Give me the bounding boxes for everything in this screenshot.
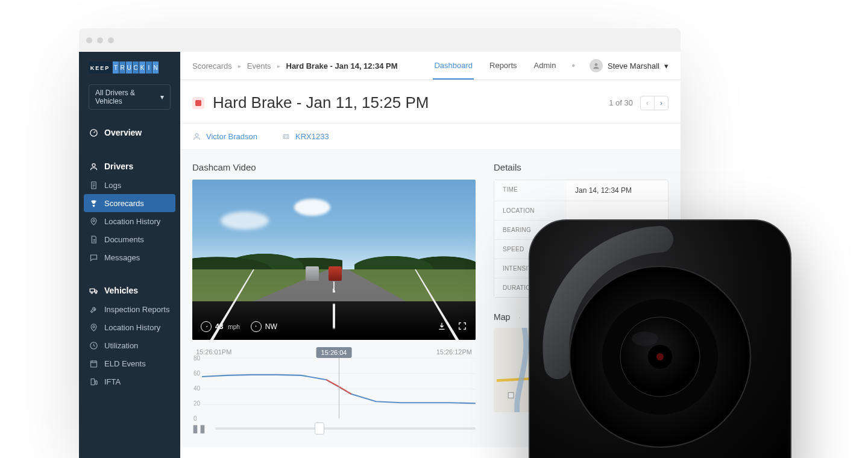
svg-point-17 — [92, 163, 95, 166]
chevron-down-icon: ▾ — [664, 61, 668, 71]
pin-icon — [89, 216, 98, 226]
breadcrumb-current: Hard Brake - Jan 14, 12:34 PM — [286, 61, 398, 71]
svg-text:R: R — [120, 64, 124, 71]
window-dot — [97, 37, 103, 43]
window-dot — [108, 37, 114, 43]
pager-label: 1 of 30 — [609, 98, 633, 107]
sidebar-item-label: Documents — [104, 235, 144, 244]
chevron-right-icon: ▸ — [238, 63, 241, 69]
scrub-knob[interactable] — [315, 422, 324, 434]
svg-point-46 — [632, 331, 658, 346]
tab-dashboard[interactable]: Dashboard — [433, 52, 474, 80]
gauge-icon — [201, 321, 212, 332]
breadcrumb: Scorecards ▸ Events ▸ Hard Brake - Jan 1… — [192, 61, 397, 71]
separator-dot: • — [571, 60, 575, 71]
download-icon[interactable] — [437, 321, 447, 333]
svg-point-21 — [91, 292, 93, 293]
driver-name: Victor Bradson — [206, 132, 257, 141]
trophy-icon — [89, 198, 98, 208]
svg-text:I: I — [148, 64, 150, 71]
video-speed-readout: 43mph — [201, 321, 240, 332]
vehicle-link[interactable]: KRX1233 — [281, 132, 329, 141]
svg-text:T: T — [114, 64, 118, 71]
sidebar-item-ifta[interactable]: IFTA — [79, 372, 180, 391]
chevron-right-icon: ▸ — [277, 63, 280, 69]
calendar-icon — [89, 359, 98, 368]
page-prev-button[interactable]: ‹ — [641, 96, 655, 110]
file-icon — [89, 234, 98, 244]
avatar-icon — [590, 59, 603, 72]
sidebar: KEEP T R U C K I N All Drivers & Vehi — [79, 52, 180, 458]
sidebar-item-label: Overview — [104, 128, 142, 137]
svg-point-23 — [92, 325, 94, 327]
clock-icon — [89, 340, 98, 350]
sidebar-item-label: ELD Events — [104, 359, 146, 368]
dashcam-device-image — [524, 215, 796, 458]
dashcam-video[interactable]: 43mph NW — [192, 180, 476, 340]
video-section-title: Dashcam Video — [192, 162, 476, 172]
sidebar-item-messages[interactable]: Messages — [79, 248, 180, 266]
topbar: Scorecards ▸ Events ▸ Hard Brake - Jan 1… — [180, 52, 681, 80]
brand-logo: KEEP T R U C K I N — [89, 61, 171, 74]
page-title: Hard Brake - Jan 11, 15:25 PM — [213, 93, 429, 112]
sidebar-item-label: Inspection Reports — [104, 305, 169, 314]
sidebar-item-label: Location History — [104, 217, 160, 226]
svg-text:KEEP: KEEP — [90, 65, 110, 71]
person-icon — [192, 132, 201, 141]
window-dot — [86, 37, 92, 43]
pager: ‹ › — [640, 96, 668, 110]
svg-point-45 — [656, 353, 664, 360]
driver-link[interactable]: Victor Bradson — [192, 132, 257, 141]
svg-text:N: N — [153, 64, 157, 71]
sidebar-item-location-history[interactable]: Location History — [79, 212, 180, 230]
sidebar-item-utilization[interactable]: Utilization — [79, 336, 180, 354]
fullscreen-icon[interactable] — [458, 321, 467, 333]
chevron-down-icon: ▾ — [160, 93, 164, 101]
compass-icon — [251, 321, 262, 332]
svg-rect-29 — [283, 134, 289, 138]
gauge-icon — [89, 128, 98, 137]
person-icon — [89, 162, 98, 171]
user-menu[interactable]: Steve Marshall ▾ — [590, 59, 668, 72]
sidebar-item-scorecards[interactable]: Scorecards — [84, 194, 175, 212]
svg-text:U: U — [127, 64, 131, 71]
sidebar-item-overview[interactable]: Overview — [79, 123, 180, 142]
video-overlay-controls: 43mph NW — [192, 313, 476, 340]
breadcrumb-item[interactable]: Events — [247, 61, 271, 71]
user-name: Steve Marshall — [608, 61, 659, 71]
sidebar-item-documents[interactable]: Documents — [79, 230, 180, 248]
scrub-track[interactable] — [215, 427, 476, 430]
pause-button[interactable]: ▮▮ — [192, 422, 207, 435]
svg-rect-25 — [90, 361, 96, 367]
sidebar-item-inspection-reports[interactable]: Inspection Reports — [79, 300, 180, 318]
scrub-tooltip: 15:26:04 — [316, 347, 352, 358]
sidebar-item-drivers[interactable]: Drivers — [79, 157, 180, 176]
tab-admin[interactable]: Admin — [533, 52, 558, 80]
speed-chart[interactable]: 80 60 40 20 0 — [202, 358, 476, 418]
sidebar-item-eld-events[interactable]: ELD Events — [79, 354, 180, 372]
sidebar-item-logs[interactable]: Logs — [79, 176, 180, 194]
video-bearing-readout: NW — [251, 321, 277, 332]
tab-reports[interactable]: Reports — [488, 52, 518, 80]
svg-point-19 — [92, 219, 94, 221]
sidebar-item-label: Messages — [104, 253, 140, 262]
sidebar-item-label: Vehicles — [104, 286, 138, 295]
sidebar-item-label: Scorecards — [104, 199, 144, 208]
event-badge-icon — [192, 97, 204, 109]
breadcrumb-item[interactable]: Scorecards — [192, 61, 232, 71]
sidebar-item-location-history-2[interactable]: Location History — [79, 318, 180, 336]
wrench-icon — [89, 304, 98, 314]
svg-rect-36 — [508, 393, 514, 398]
chart-cursor — [339, 358, 339, 418]
vehicle-filter-dropdown[interactable]: All Drivers & Vehicles ▾ — [89, 84, 171, 110]
sidebar-item-label: Utilization — [104, 341, 138, 350]
sidebar-item-vehicles[interactable]: Vehicles — [79, 281, 180, 300]
svg-text:K: K — [140, 64, 145, 71]
svg-text:C: C — [133, 64, 137, 71]
svg-point-28 — [195, 134, 198, 137]
window-titlebar — [79, 28, 681, 52]
svg-point-22 — [95, 292, 97, 293]
page-next-button[interactable]: › — [655, 96, 668, 110]
top-nav: Dashboard Reports Admin • Steve Marshall… — [433, 52, 668, 80]
svg-rect-20 — [90, 289, 95, 292]
